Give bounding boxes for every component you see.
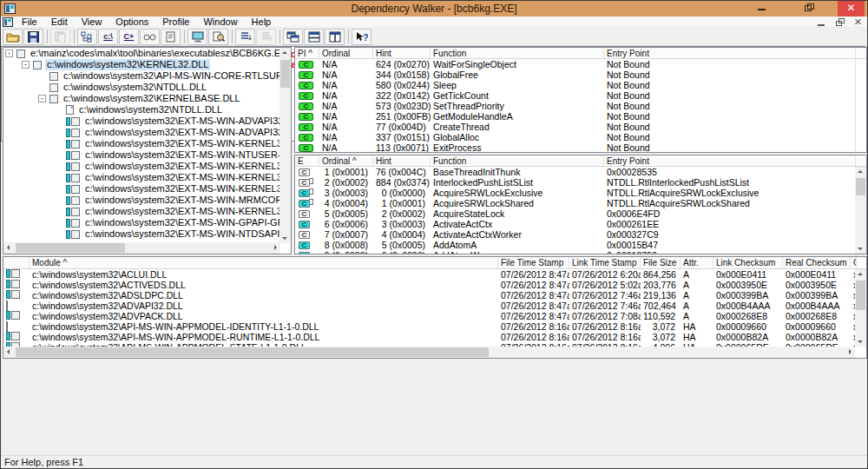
- tree-item[interactable]: -c:\windows\system32\KERNEL32.DLL: [3, 59, 280, 70]
- import-row[interactable]: CN/A113 (0x0071)ExitProcessNot Bound: [295, 142, 866, 152]
- menu-file[interactable]: File: [15, 17, 44, 28]
- menu-edit[interactable]: Edit: [44, 17, 75, 28]
- modules-column-header[interactable]: Real Checksum: [783, 257, 851, 268]
- exports-column-header[interactable]: Function: [431, 155, 604, 166]
- context-help-button[interactable]: ?: [352, 29, 372, 45]
- tree-item[interactable]: c:\windows\system32\NTDLL.DLL: [3, 82, 280, 93]
- tree-item[interactable]: c:\windows\system32\EXT-MS-WIN-MRMCORER-…: [3, 195, 280, 206]
- auto-expand-button[interactable]: [77, 29, 97, 45]
- tree-item[interactable]: c:\windows\system32\EXT-MS-WIN-KERNEL32-…: [3, 172, 280, 183]
- module-cell-file_time: 07/26/2012 8:47a: [498, 301, 569, 311]
- export-row[interactable]: C7 (0x0007)4 (0x0004)ActivateActCtxWorke…: [295, 229, 866, 240]
- tree-item[interactable]: c:\windows\system32\EXT-MS-WIN-ADVAPI32-…: [3, 116, 280, 127]
- export-row[interactable]: C5 (0x0005)2 (0x0002)AcquireStateLock0x0…: [295, 208, 866, 219]
- module-row[interactable]: c:\windows\system32\API-MS-WIN-APPMODEL-…: [3, 321, 866, 332]
- imports-column-header[interactable]: PI ^: [295, 48, 319, 58]
- import-row[interactable]: CN/A322 (0x0142)GetTickCountNot Bound: [295, 90, 866, 101]
- module-row[interactable]: c:\windows\system32\ADVPACK.DLL07/26/201…: [3, 311, 866, 321]
- import-row[interactable]: CN/A624 (0x0270)WaitForSingleObjectNot B…: [295, 59, 866, 69]
- imports-column-header[interactable]: Hint: [373, 48, 431, 58]
- menu-help[interactable]: Help: [245, 17, 279, 28]
- exports-column-header[interactable]: Entry Point: [604, 155, 856, 166]
- open-button[interactable]: [3, 29, 23, 45]
- close-button[interactable]: ✕: [838, 1, 865, 17]
- undecorate-cpp-button[interactable]: C+: [119, 29, 139, 45]
- export-row[interactable]: C4 (0x0004)1 (0x0001)AcquireSRWLockShare…: [295, 198, 866, 208]
- module-row[interactable]: c:\windows\system32\ACTIVEDS.DLL07/26/20…: [3, 280, 866, 290]
- view-full-paths-button[interactable]: c:\: [98, 29, 118, 45]
- tree-item[interactable]: c:\windows\system32\EXT-MS-WIN-GPAPI-GRO…: [3, 217, 280, 228]
- exports-column-header[interactable]: Hint: [373, 155, 431, 166]
- import-row[interactable]: CN/A344 (0x0158)GlobalFreeNot Bound: [295, 69, 866, 80]
- exports-column-header[interactable]: Ordinal ^: [319, 155, 373, 166]
- restore-button[interactable]: [798, 1, 820, 17]
- mdi-close-button[interactable]: ✕: [854, 17, 862, 27]
- tree-item[interactable]: c:\windows\system32\EXT-MS-WIN-KERNEL32-…: [3, 183, 280, 195]
- import-row[interactable]: CN/A251 (0x00FB)GetModuleHandleANot Boun…: [295, 111, 866, 122]
- collapse-expander-icon[interactable]: -: [5, 50, 13, 57]
- menu-window[interactable]: Window: [196, 17, 244, 28]
- imports-column-header[interactable]: Function: [431, 48, 604, 58]
- properties-button[interactable]: [161, 29, 181, 45]
- tree-item[interactable]: c:\windows\system32\EXT-MS-WIN-KERNEL32-…: [3, 161, 280, 172]
- modules-column-header[interactable]: CPU: [851, 257, 857, 268]
- split-vertical-button[interactable]: [325, 29, 345, 45]
- tree-item[interactable]: c:\windows\system32\API-MS-WIN-CORE-RTLS…: [3, 70, 280, 82]
- modules-column-header[interactable]: File Size: [641, 257, 681, 268]
- export-cell-entry: 0x000327C9: [604, 229, 856, 240]
- menu-profile[interactable]: Profile: [155, 17, 196, 28]
- export-row[interactable]: C1 (0x0001)76 (0x004C)BaseThreadInitThun…: [295, 167, 866, 177]
- export-row[interactable]: C2 (0x0002)884 (0x0374)InterlockedPushLi…: [295, 177, 866, 188]
- modules-column-header[interactable]: Module ^: [30, 257, 498, 268]
- imports-column-header[interactable]: Entry Point: [604, 48, 856, 58]
- system-info-button[interactable]: [187, 29, 207, 45]
- modules-horizontal-scrollbar[interactable]: [3, 347, 855, 358]
- mdi-restore-button[interactable]: [835, 17, 845, 27]
- module-row[interactable]: c:\windows\system32\API-MS-WIN-APPMODEL-…: [3, 332, 866, 342]
- module-row[interactable]: c:\windows\system32\ACLUI.DLL07/26/2012 …: [3, 269, 866, 280]
- modules-column-header[interactable]: [3, 257, 30, 268]
- minimize-button[interactable]: [751, 1, 773, 17]
- save-button[interactable]: [23, 29, 43, 45]
- menu-view[interactable]: View: [75, 17, 109, 28]
- module-row[interactable]: c:\windows\system32\ADSLDPC.DLL07/26/201…: [3, 290, 866, 301]
- import-row[interactable]: CN/A337 (0x0151)GlobalAllocNot Bound: [295, 132, 866, 142]
- import-row[interactable]: CN/A573 (0x023D)SetThreadPriorityNot Bou…: [295, 101, 866, 111]
- modules-column-header[interactable]: File Time Stamp: [498, 257, 569, 268]
- import-row[interactable]: CN/A580 (0x0244)SleepNot Bound: [295, 80, 866, 90]
- cascade-windows-button[interactable]: [283, 29, 303, 45]
- external-viewer-button[interactable]: [140, 29, 160, 45]
- tree-item[interactable]: -c:\windows\system32\KERNELBASE.DLL: [3, 93, 280, 104]
- mdi-minimize-button[interactable]: [816, 17, 826, 27]
- tree-item[interactable]: c:\windows\system32\EXT-MS-WIN-NTUSER-ST…: [3, 149, 280, 161]
- collapse-expander-icon[interactable]: -: [38, 95, 46, 102]
- modules-column-header[interactable]: Attr.: [681, 257, 713, 268]
- modules-vertical-scrollbar[interactable]: [855, 269, 866, 347]
- tree-item[interactable]: c:\windows\system32\NTDLL.DLL: [3, 104, 280, 116]
- tree-item[interactable]: c:\windows\system32\EXT-MS-WIN-NTDSAPI-A…: [3, 228, 280, 240]
- tree-item[interactable]: c:\windows\system32\EXT-MS-WIN-ADVAPI32-…: [3, 127, 280, 138]
- module-row[interactable]: c:\windows\system32\ADVAPI32.DLL07/26/20…: [3, 301, 866, 311]
- search-button[interactable]: [208, 29, 228, 45]
- export-row[interactable]: C8 (0x0008)5 (0x0005)AddAtomA0x00015B47: [295, 240, 866, 250]
- tree-vertical-scrollbar[interactable]: [279, 48, 291, 243]
- tree-item[interactable]: -e:\mainz\codes\malx\tool\binaries\execu…: [3, 48, 280, 59]
- collapse-expander-icon[interactable]: -: [22, 61, 30, 69]
- exports-vertical-scrollbar[interactable]: [855, 167, 866, 254]
- menu-options[interactable]: Options: [108, 17, 155, 28]
- export-cell-function: AcquireSRWLockExclusive: [431, 188, 604, 198]
- export-row[interactable]: C6 (0x0006)3 (0x0003)ActivateActCtx0x000…: [295, 219, 866, 229]
- expand-all-button[interactable]: [235, 29, 255, 45]
- export-row[interactable]: C3 (0x0003)0 (0x0000)AcquireSRWLockExclu…: [295, 188, 866, 198]
- split-horizontal-button[interactable]: [304, 29, 324, 45]
- modules-column-header[interactable]: Link Time Stamp: [569, 257, 641, 268]
- exports-column-header[interactable]: E: [295, 155, 319, 166]
- tree-horizontal-scrollbar[interactable]: [3, 242, 280, 254]
- export-row[interactable]: C9 (0x0009)6 (0x0006)AddAtomW0x00018750: [295, 250, 866, 254]
- import-row[interactable]: CN/A77 (0x004D)CreateThreadNot Bound: [295, 122, 866, 132]
- modules-column-header[interactable]: Link Checksum: [713, 257, 783, 268]
- tree-item[interactable]: c:\windows\system32\EXT-MS-WIN-KERNEL32-…: [3, 206, 280, 217]
- imports-column-header[interactable]: Ordinal: [319, 48, 373, 58]
- mdi-child-icon[interactable]: [3, 17, 13, 27]
- tree-item[interactable]: c:\windows\system32\EXT-MS-WIN-KERNEL32-…: [3, 138, 280, 149]
